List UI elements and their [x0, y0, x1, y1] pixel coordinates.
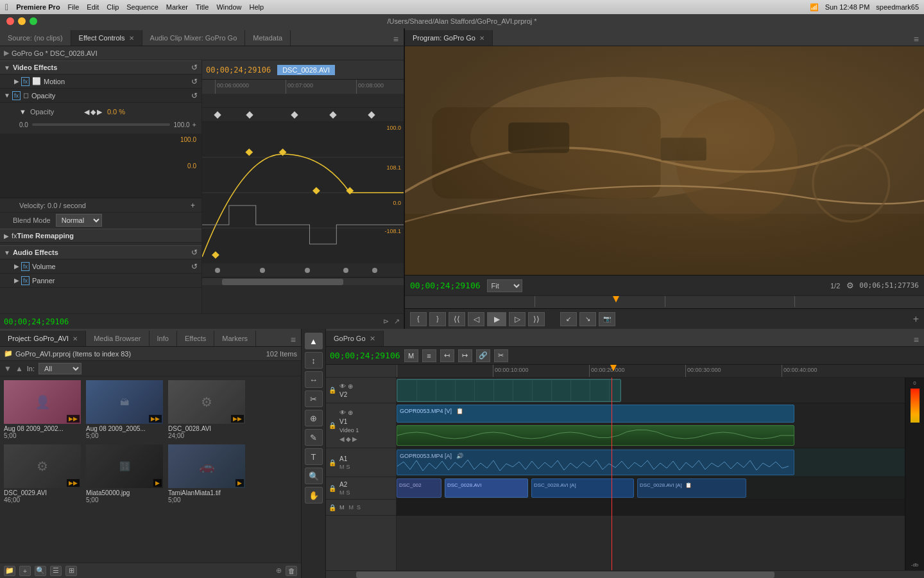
vol-kf-3[interactable] [305, 268, 310, 273]
icon-view-btn[interactable]: ⊞ [65, 566, 77, 576]
opacity-section[interactable]: ▼ fx ◻ Opacity ↺ [0, 89, 201, 103]
tab-markers[interactable]: Markers [214, 331, 256, 346]
prev-edit-btn[interactable]: ⟨⟨ [449, 312, 465, 326]
tab-gopro-go[interactable]: GoPro Go ✕ [326, 331, 384, 346]
ripple-tool[interactable]: ↔ [305, 371, 323, 388]
list-item[interactable]: 🔢 ▶ Miata50000.jpg 5;00 [86, 444, 163, 504]
reset-icon[interactable]: ↺ [191, 63, 198, 72]
v1-clip-gopr[interactable]: GOPR0053.MP4 [V] 📋 [397, 405, 794, 423]
marker-menu[interactable]: Marker [166, 3, 188, 11]
tl-move-left-btn[interactable]: ↤ [440, 349, 454, 362]
a2-clip-dsc0028a2[interactable]: DSC_0028.AVI [A] 📋 [637, 478, 746, 498]
title-menu[interactable]: Title [196, 3, 209, 11]
list-item[interactable]: 🚗 ▶ TamiAlanMiata1.tif 5;00 [168, 444, 245, 504]
search-btn[interactable]: 🔍 [35, 566, 46, 576]
a1-m-btn[interactable]: M [339, 464, 345, 470]
filter-up-icon[interactable]: ▲ [15, 364, 23, 373]
overwrite-btn[interactable]: ↘ [579, 312, 596, 326]
timeline-close-icon[interactable]: ✕ [370, 335, 375, 343]
nav-left[interactable]: ◀ [84, 108, 89, 116]
v2-sync-icon[interactable]: ⊕ [348, 383, 353, 390]
file-menu[interactable]: File [68, 3, 80, 11]
tab-project[interactable]: Project: GoPro_AVI ✕ [0, 331, 86, 346]
tab-effect-controls[interactable]: Effect Controls ✕ [71, 30, 142, 46]
insert-btn[interactable]: ↙ [560, 312, 577, 326]
vol-reset[interactable]: ↺ [191, 262, 198, 271]
clip-menu[interactable]: Clip [107, 3, 119, 11]
motion-row[interactable]: ▶ fx ⬜ Motion ↺ [0, 74, 201, 89]
ec-export-btn[interactable]: ↗ [394, 317, 400, 326]
nav-keyframe[interactable]: ◆ [90, 108, 96, 116]
zoom-tool[interactable]: 🔍 [305, 468, 323, 484]
tab-effects[interactable]: Effects [177, 331, 214, 346]
vol-kf-2[interactable] [260, 268, 265, 273]
close-icon[interactable]: ✕ [129, 35, 134, 42]
vol-kf-1[interactable] [215, 268, 220, 273]
app-menu[interactable]: Premiere Pro [16, 3, 60, 11]
delete-btn[interactable]: 🗑 [286, 566, 297, 576]
nav-right[interactable]: ▶ [97, 108, 102, 116]
preview-menu-btn[interactable]: ≡ [911, 33, 921, 46]
tl-link-btn[interactable]: 🔗 [476, 349, 490, 362]
new-bin-btn[interactable]: 📁 [4, 566, 15, 576]
window-menu[interactable]: Window [216, 3, 241, 11]
track-select-tool[interactable]: ↕ [305, 352, 323, 369]
list-item[interactable]: 👤 ▶▶ Aug 08 2009_2002... 5;00 [4, 380, 81, 439]
kf-2[interactable] [246, 111, 253, 118]
zoom-select[interactable]: Fit 25%50%100% [487, 279, 522, 292]
ec-scrollbar[interactable] [202, 277, 404, 285]
video-effects-header[interactable]: ▼ Video Effects ↺ [0, 60, 201, 74]
project-menu-btn[interactable]: ≡ [288, 333, 298, 346]
a2-clip-dsc002[interactable]: DSC_002 [397, 478, 441, 498]
kf-5[interactable] [368, 111, 375, 118]
filter-select[interactable]: All VideoAudioImages [38, 363, 81, 374]
settings-icon[interactable]: ⚙ [846, 281, 854, 290]
a2-clip-dsc0028v[interactable]: DSC_0028.AVI [445, 478, 528, 498]
add-panel-btn[interactable]: + [913, 313, 919, 325]
opacity-reset[interactable]: ↺ [191, 91, 198, 100]
v2-clip-1[interactable] [397, 379, 621, 402]
tab-metadata[interactable]: Metadata [245, 30, 291, 46]
a1-s-btn[interactable]: S [346, 464, 350, 470]
v2-eye-icon[interactable]: 👁 [339, 383, 346, 390]
a2-clip-dsc0028a[interactable]: DSC_0028.AVI [A] [531, 478, 634, 498]
maximize-button[interactable] [30, 17, 37, 25]
sequence-menu[interactable]: Sequence [126, 3, 158, 11]
v1-right-arrow[interactable]: ▶ [352, 435, 357, 442]
tl-add-marker-btn[interactable]: M [404, 349, 418, 362]
blend-mode-select[interactable]: Normal Dissolve Multiply [56, 214, 102, 227]
am-s-btn[interactable]: S [357, 504, 361, 511]
tab-program[interactable]: Program: GoPro Go ✕ [405, 30, 493, 46]
help-menu[interactable]: Help [250, 3, 264, 11]
minimize-button[interactable] [18, 17, 26, 25]
mark-in-btn[interactable]: { [410, 312, 427, 326]
type-tool[interactable]: T [305, 448, 323, 465]
v1-sync-icon[interactable]: ⊕ [348, 409, 353, 416]
ae-reset[interactable]: ↺ [191, 248, 198, 257]
export-frame-btn[interactable]: 📷 [599, 312, 615, 326]
program-close-icon[interactable]: ✕ [479, 35, 484, 42]
automate-btn[interactable]: ⊕ [276, 566, 282, 575]
ec-scrollbar-thumb[interactable] [222, 279, 343, 285]
vol-kf-5[interactable] [372, 268, 377, 273]
list-item[interactable]: ⚙ ▶▶ DSC_0029.AVI 46;00 [4, 444, 81, 504]
tab-source[interactable]: Source: (no clips) [0, 30, 71, 46]
selection-tool[interactable]: ▲ [305, 333, 323, 349]
kf-4[interactable] [329, 111, 336, 118]
v2-lock-icon[interactable]: 🔒 [329, 387, 336, 394]
v1-clip-video1[interactable] [397, 425, 794, 446]
kf-1[interactable] [214, 111, 221, 118]
pen-tool[interactable]: ✎ [305, 429, 323, 446]
time-remapping-header[interactable]: ▶ fx Time Remapping [0, 229, 201, 243]
tl-scrollbar-thumb[interactable] [356, 572, 774, 578]
tl-razor-btn[interactable]: ✂ [494, 349, 508, 362]
edit-menu[interactable]: Edit [87, 3, 99, 11]
step-fwd-btn[interactable]: ▷ [509, 312, 526, 326]
list-item[interactable]: ⚙ ▶▶ DSC_0028.AVI 24;00 [168, 380, 245, 439]
v1-eye-icon[interactable]: 👁 [339, 409, 346, 416]
apple-menu[interactable]:  [5, 2, 8, 12]
tl-settings-btn[interactable]: ≡ [422, 349, 436, 362]
volume-row[interactable]: ▶ fx Volume ↺ [0, 259, 201, 274]
new-item-btn[interactable]: + [19, 566, 31, 576]
tab-info[interactable]: Info [150, 331, 177, 346]
